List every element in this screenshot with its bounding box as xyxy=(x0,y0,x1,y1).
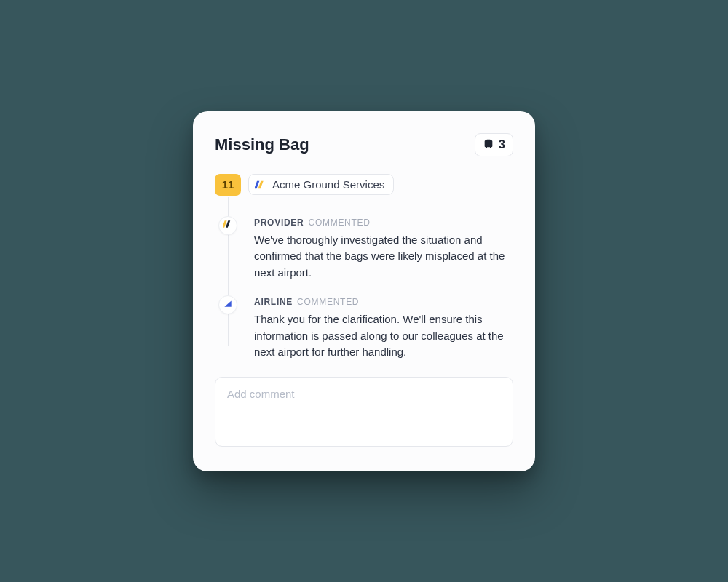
comment-body: We've thoroughly investigated the situat… xyxy=(254,232,513,282)
comment-header: PROVIDER COMMENTED xyxy=(254,218,513,228)
comment-avatar xyxy=(218,295,237,314)
comment-author: PROVIDER xyxy=(254,218,304,228)
comment-list: PROVIDER COMMENTED We've thoroughly inve… xyxy=(228,206,513,361)
incident-card: Missing Bag 3 11 Acme Ground Services xyxy=(193,111,535,471)
luggage-icon xyxy=(483,137,494,152)
step-number-badge: 11 xyxy=(215,174,241,196)
provider-chip[interactable]: Acme Ground Services xyxy=(248,174,394,195)
comment-header: AIRLINE COMMENTED xyxy=(254,297,513,307)
provider-stripes-icon xyxy=(255,179,266,191)
comment-item: AIRLINE COMMENTED Thank you for the clar… xyxy=(254,297,513,361)
bag-count-badge[interactable]: 3 xyxy=(475,133,513,156)
comment-action: COMMENTED xyxy=(297,297,359,307)
comment-item: PROVIDER COMMENTED We've thoroughly inve… xyxy=(254,218,513,282)
card-title: Missing Bag xyxy=(215,135,309,154)
thread: 11 Acme Ground Services PROVIDER COMMENT… xyxy=(215,174,513,450)
comment-action: COMMENTED xyxy=(309,218,371,228)
comment-input-container xyxy=(215,377,513,450)
provider-stripes-icon xyxy=(223,219,233,232)
airline-tail-icon xyxy=(223,298,233,311)
comment-input[interactable] xyxy=(215,377,513,447)
comment-author: AIRLINE xyxy=(254,297,293,307)
step-row: 11 Acme Ground Services xyxy=(215,174,513,196)
bag-count-value: 3 xyxy=(499,138,505,151)
comment-body: Thank you for the clarification. We'll e… xyxy=(254,311,513,361)
comment-avatar xyxy=(218,216,237,235)
card-header: Missing Bag 3 xyxy=(215,133,513,156)
provider-name: Acme Ground Services xyxy=(272,178,384,191)
